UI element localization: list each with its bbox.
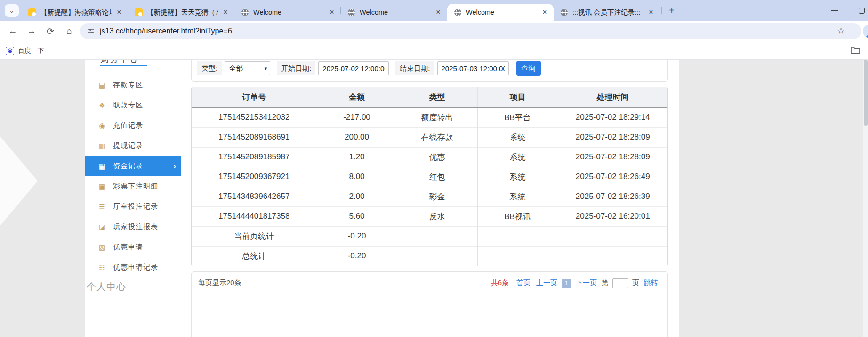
globe-favicon — [241, 8, 249, 16]
table-row: 1751452089168691200.00在线存款系统2025-07-02 1… — [192, 127, 667, 147]
withdraw-icon: ❖ — [97, 101, 107, 110]
globe-favicon — [347, 8, 355, 16]
chart-icon: ◪ — [97, 223, 107, 231]
tab-title: 【新提醒】天天竞猜（7月2 — [147, 8, 218, 17]
new-tab-button[interactable]: + — [666, 5, 678, 17]
tab-title: :::视讯 会员下注纪录::: — [572, 8, 644, 17]
type-select[interactable]: 全部 ▾ — [225, 61, 270, 75]
col-amount: 金额 — [317, 87, 397, 107]
type-label: 类型: — [197, 61, 222, 75]
page-scrollbar[interactable] — [863, 60, 868, 337]
page-content: 财务中心 ▤ 存款专区 ❖ 取款专区 ◉ 充值记录 ▥ 提现记录 ▦ 资金记录 — [0, 60, 868, 337]
summary-row-total: 总统计-0.20 — [192, 246, 667, 266]
tab-welcome-active[interactable]: Welcome × — [447, 4, 554, 21]
start-date-input[interactable] — [318, 61, 389, 75]
close-icon[interactable]: × — [221, 8, 230, 16]
col-time: 处理时间 — [558, 87, 667, 107]
close-icon[interactable]: × — [647, 8, 655, 16]
jump-suffix-text: 页 — [632, 279, 639, 288]
total-count-text: 共6条 — [491, 279, 509, 288]
sidebar-item-lottery-bet-details[interactable]: ▣ 彩票下注明细 — [85, 176, 181, 197]
search-button[interactable]: 查询 — [516, 61, 541, 76]
first-page-link[interactable]: 首页 — [516, 279, 530, 288]
tab-search-button[interactable]: ⌄ — [5, 4, 19, 17]
person-icon — [865, 29, 868, 38]
maximize-icon — [859, 8, 865, 14]
scrollbar-thumb[interactable] — [864, 60, 868, 126]
records-icon: ☰ — [97, 203, 107, 211]
table-header-row: 订单号 金额 类型 项目 处理时间 — [192, 87, 667, 107]
close-icon[interactable]: × — [540, 8, 549, 16]
end-date-input[interactable] — [437, 61, 509, 75]
tab-welcome-2[interactable]: Welcome × — [341, 4, 447, 21]
window-maximize-button[interactable] — [853, 0, 868, 21]
tab-forum-1[interactable]: 【新提醒】海燕策略论坛综 × — [22, 4, 128, 21]
home-icon[interactable]: ⌂ — [62, 24, 76, 38]
address-bar[interactable] — [80, 23, 861, 39]
sidebar-item-promo-apply[interactable]: ▧ 优惠申请 — [85, 237, 181, 257]
sidebar-menu: ▤ 存款专区 ❖ 取款专区 ◉ 充值记录 ▥ 提现记录 ▦ 资金记录 › ▣ — [85, 75, 181, 278]
list-icon: ▣ — [97, 182, 107, 191]
chevron-right-icon: › — [173, 162, 176, 171]
tab-video-records[interactable]: :::视讯 会员下注纪录::: × — [554, 4, 660, 21]
sidebar-item-player-bet-report[interactable]: ◪ 玩家投注报表 — [85, 217, 181, 237]
sidebar-item-promo-apply-records[interactable]: ☷ 优惠申请记录 — [85, 257, 181, 278]
jump-page-input[interactable] — [612, 278, 628, 288]
forward-icon[interactable]: → — [24, 24, 39, 38]
wallet-icon: ▥ — [97, 142, 107, 150]
deposit-icon: ▤ — [97, 81, 107, 90]
globe-favicon — [454, 8, 462, 16]
close-icon[interactable]: × — [115, 8, 123, 16]
tab-title: Welcome — [466, 8, 538, 16]
sidebar-item-withdrawal-records[interactable]: ▥ 提现记录 — [85, 136, 181, 156]
url-input[interactable] — [100, 27, 759, 35]
jump-button[interactable]: 跳转 — [644, 279, 658, 288]
minimize-icon — [831, 10, 838, 11]
table-row: 1751452153412032-217.00额度转出BB平台2025-07-0… — [192, 107, 667, 127]
records-icon: ☷ — [97, 263, 107, 272]
start-date-label: 开始日期: — [277, 61, 315, 75]
main-panel: 类型: 全部 ▾ 开始日期: 结束日期: 查询 订单号 金额 — [191, 60, 669, 337]
prev-page-link[interactable]: 上一页 — [536, 279, 557, 288]
bookmark-baidu[interactable]: 百度一下 — [6, 45, 44, 57]
chevron-down-icon: ▾ — [265, 66, 267, 72]
sidebar-section-personal-center: 个人中心 — [87, 280, 126, 293]
bookmarks-bar: 百度一下 — [0, 41, 868, 60]
close-icon[interactable]: × — [434, 8, 442, 16]
chevron-down-icon: ⌄ — [9, 7, 15, 14]
bookmark-star-icon[interactable]: ☆ — [837, 25, 845, 36]
table-row: 17514520891859871.20优惠系统2025-07-02 18:28… — [192, 147, 667, 167]
close-icon[interactable]: × — [328, 8, 336, 16]
tab-title: Welcome — [253, 8, 325, 16]
page-size-text: 每页显示20条 — [198, 279, 241, 288]
sidebar-item-deposit-zone[interactable]: ▤ 存款专区 — [85, 75, 181, 95]
records-table-card: 订单号 金额 类型 项目 处理时间 1751452153412032-217.0… — [191, 87, 668, 266]
globe-favicon — [560, 8, 568, 16]
col-order-id: 订单号 — [192, 87, 317, 107]
window-minimize-button[interactable] — [827, 0, 843, 21]
tab-strip: ⌄ 【新提醒】海燕策略论坛综 × 【新提醒】天天竞猜（7月2 × Welcome… — [0, 0, 868, 21]
sidebar-item-withdraw-zone[interactable]: ❖ 取款专区 — [85, 95, 181, 115]
folder-icon[interactable] — [850, 45, 860, 55]
jump-prefix-text: 第 — [602, 279, 609, 288]
next-page-link[interactable]: 下一页 — [576, 279, 597, 288]
tab-forum-2[interactable]: 【新提醒】天天竞猜（7月2 × — [128, 4, 234, 21]
bookmarks-divider — [843, 46, 843, 56]
baidu-paw-icon — [6, 47, 14, 55]
browser-toolbar: ← → ⟳ ⌂ ☆ — [0, 21, 868, 41]
reload-icon[interactable]: ⟳ — [43, 24, 57, 38]
sidebar-item-funds-records[interactable]: ▦ 资金记录 › — [85, 156, 181, 176]
profile-avatar[interactable] — [863, 24, 868, 38]
site-info-icon[interactable] — [88, 27, 95, 35]
filter-row: 类型: 全部 ▾ 开始日期: 结束日期: 查询 — [197, 61, 541, 76]
sidebar-item-hall-bet-records[interactable]: ☰ 厅室投注记录 — [85, 197, 181, 217]
current-page-indicator[interactable]: 1 — [562, 279, 571, 288]
back-icon[interactable]: ← — [6, 24, 20, 38]
money-icon: ▦ — [97, 162, 107, 171]
pagination-card: 每页显示20条 共6条 首页 上一页 1 下一页 第 页 跳转 — [191, 271, 668, 337]
sidebar-item-recharge-records[interactable]: ◉ 充值记录 — [85, 115, 181, 136]
records-table: 订单号 金额 类型 项目 处理时间 1751452153412032-217.0… — [192, 87, 667, 266]
tab-title: Welcome — [360, 8, 431, 16]
tab-welcome-1[interactable]: Welcome × — [234, 4, 341, 21]
col-project: 项目 — [477, 87, 558, 107]
